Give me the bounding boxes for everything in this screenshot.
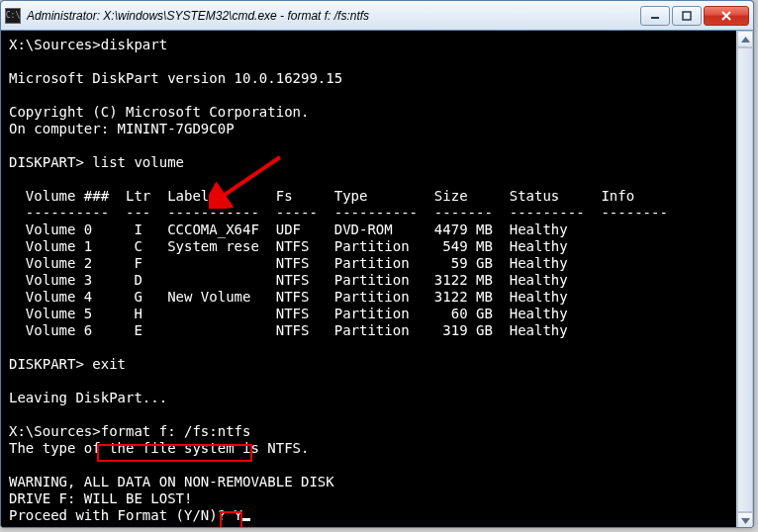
- table-header: Volume ### Ltr Label Fs Type Size Status…: [9, 188, 634, 204]
- command-text: format f: /fs:ntfs: [101, 423, 251, 439]
- line: Microsoft DiskPart version 10.0.16299.15: [9, 70, 342, 86]
- table-row: Volume 3 D NTFS Partition 3122 MB Health…: [9, 272, 568, 288]
- close-button[interactable]: [704, 6, 749, 26]
- line: Leaving DiskPart...: [9, 390, 167, 405]
- table-divider: ---------- --- ----------- ----- -------…: [9, 205, 668, 221]
- table-row: Volume 1 C System rese NTFS Partition 54…: [9, 238, 568, 254]
- line: WARNING, ALL DATA ON NON-REMOVABLE DISK: [9, 474, 334, 489]
- table-row: Volume 0 I CCCOMA_X64F UDF DVD-ROM 4479 …: [9, 222, 568, 237]
- cmd-icon: C:\: [5, 8, 21, 24]
- table-row: Volume 6 E NTFS Partition 319 GB Healthy: [9, 322, 568, 338]
- minimize-button[interactable]: [640, 6, 670, 26]
- titlebar[interactable]: C:\ Administrator: X:\windows\SYSTEM32\c…: [1, 1, 753, 31]
- scroll-track[interactable]: [737, 47, 753, 512]
- terminal-output[interactable]: X:\Sources>diskpart Microsoft DiskPart v…: [1, 31, 753, 527]
- scroll-thumb[interactable]: [737, 47, 753, 512]
- input-answer: Y: [235, 507, 242, 523]
- window-controls: [640, 6, 749, 26]
- vertical-scrollbar[interactable]: [736, 31, 753, 528]
- window-title: Administrator: X:\windows\SYSTEM32\cmd.e…: [27, 9, 640, 23]
- line: On computer: MININT-7GD9C0P: [9, 121, 235, 136]
- line: The type of the file system is NTFS.: [9, 440, 309, 456]
- line: X:\Sources>diskpart: [9, 37, 167, 52]
- table-row: Volume 5 H NTFS Partition 60 GB Healthy: [9, 306, 568, 321]
- table-row: Volume 2 F NTFS Partition 59 GB Healthy: [9, 255, 568, 271]
- cmd-window: C:\ Administrator: X:\windows\SYSTEM32\c…: [0, 0, 754, 528]
- line: DISKPART> exit: [9, 356, 126, 372]
- prompt: X:\Sources>: [9, 423, 101, 439]
- line: DRIVE F: WILL BE LOST!: [9, 490, 192, 506]
- scroll-down-button[interactable]: [737, 512, 753, 528]
- svg-rect-1: [683, 12, 691, 20]
- table-row: Volume 4 G New Volume NTFS Partition 312…: [9, 289, 568, 305]
- cursor: [242, 518, 250, 521]
- scroll-up-button[interactable]: [737, 31, 753, 47]
- maximize-button[interactable]: [672, 6, 702, 26]
- line: Copyright (C) Microsoft Corporation.: [9, 104, 309, 120]
- line: DISKPART> list volume: [9, 154, 184, 170]
- line: Proceed with Format (Y/N)?: [9, 507, 235, 523]
